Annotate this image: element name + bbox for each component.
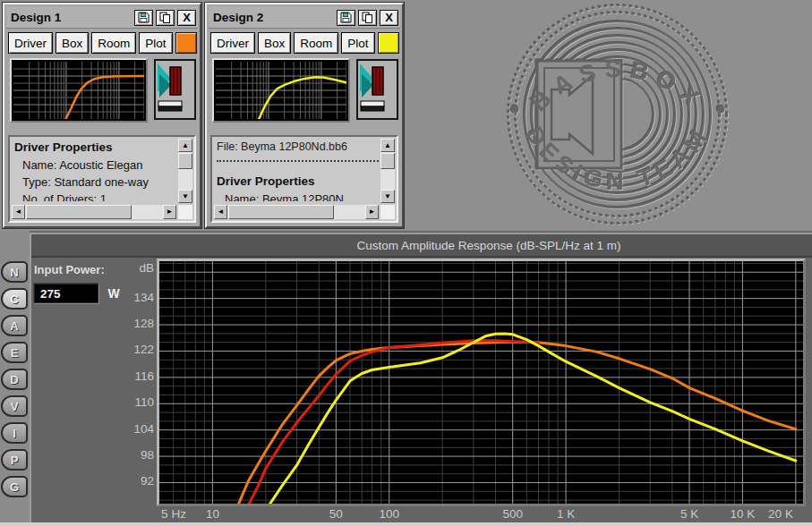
speaker-box-button[interactable] bbox=[154, 59, 196, 120]
window-title: Design 2 bbox=[213, 11, 334, 24]
scroll-right-arrow-icon[interactable]: ► bbox=[365, 205, 379, 219]
save-icon bbox=[340, 12, 352, 23]
scrollbar-thumb[interactable] bbox=[380, 153, 395, 169]
logo-dot bbox=[717, 106, 725, 114]
y-axis-label: 110 bbox=[134, 395, 154, 409]
copy-button[interactable] bbox=[156, 10, 175, 26]
horizontal-scrollbar[interactable]: ◄ ► bbox=[214, 205, 379, 219]
y-axis-label: 104 bbox=[133, 422, 154, 436]
tab-driver[interactable]: Driver bbox=[8, 32, 53, 54]
window-title: Design 1 bbox=[11, 11, 132, 24]
y-axis-label: 92 bbox=[141, 474, 154, 488]
speaker-box-button[interactable] bbox=[356, 59, 398, 120]
save-button[interactable] bbox=[337, 10, 355, 26]
x-axis-label: 100 bbox=[379, 507, 399, 521]
amplitude-response-plot[interactable] bbox=[157, 259, 806, 506]
scrollbar-corner bbox=[178, 205, 192, 219]
bottom-window-edge bbox=[0, 522, 812, 526]
input-power-field[interactable] bbox=[34, 284, 98, 303]
x-axis-label: 1 K bbox=[557, 507, 575, 521]
copy-icon bbox=[159, 12, 171, 23]
close-icon: X bbox=[183, 12, 191, 23]
side-button-p[interactable]: P bbox=[1, 449, 28, 471]
property-line: No. of Drivers: 1 bbox=[14, 191, 176, 201]
properties-heading: Driver Properties bbox=[14, 139, 176, 157]
plot-color-swatch[interactable] bbox=[378, 32, 399, 54]
y-axis-label: 122 bbox=[133, 343, 154, 356]
save-button[interactable] bbox=[134, 10, 153, 26]
close-button[interactable]: X bbox=[177, 10, 196, 26]
design1-tabrow: Driver Box Room Plot bbox=[6, 29, 198, 54]
scrollbar-corner bbox=[380, 205, 395, 219]
scrollbar-thumb[interactable] bbox=[178, 153, 192, 169]
y-axis-label: 128 bbox=[133, 317, 154, 330]
side-button-v[interactable]: V bbox=[1, 395, 28, 417]
graph-left-toolbar: NCAEDVIPG bbox=[0, 231, 30, 522]
property-line: Name: Beyma 12P80N bbox=[217, 191, 379, 201]
y-axis-labels: dB1341281221161101049892 bbox=[115, 261, 154, 504]
mini-response-graph bbox=[212, 58, 350, 123]
tab-box[interactable]: Box bbox=[56, 32, 89, 54]
scroll-down-arrow-icon[interactable]: ▼ bbox=[178, 190, 192, 203]
scroll-left-arrow-icon[interactable]: ◄ bbox=[12, 205, 25, 219]
close-icon: X bbox=[385, 12, 393, 23]
speaker-box-icon bbox=[359, 62, 396, 117]
scroll-down-arrow-icon[interactable]: ▼ bbox=[380, 190, 395, 203]
close-button[interactable]: X bbox=[380, 10, 398, 26]
mini-response-graph bbox=[10, 58, 148, 123]
vertical-scrollbar[interactable]: ▲ ▼ bbox=[380, 139, 395, 203]
scroll-right-arrow-icon[interactable]: ► bbox=[163, 205, 176, 219]
x-axis-label: 5 Hz bbox=[161, 507, 186, 521]
scroll-left-arrow-icon[interactable]: ◄ bbox=[214, 205, 227, 219]
design1-window: Design 1 X Driver Box Room Plot bbox=[3, 3, 201, 228]
side-button-e[interactable]: E bbox=[1, 342, 28, 363]
side-button-n[interactable]: N bbox=[1, 261, 28, 283]
bassbox-app: Design 1 X Driver Box Room Plot bbox=[0, 0, 812, 526]
properties-text: File: Beyma 12P80Nd.bb6 Driver Propertie… bbox=[217, 139, 379, 201]
property-line: Name: Acoustic Elegan bbox=[14, 157, 176, 174]
scroll-up-arrow-icon[interactable]: ▲ bbox=[380, 139, 395, 152]
driver-properties-panel[interactable]: Driver Properties Name: Acoustic Elegan … bbox=[8, 135, 196, 223]
graph-type-buttons: NCAEDVIPG bbox=[0, 261, 30, 503]
copy-icon bbox=[362, 12, 373, 23]
tab-driver[interactable]: Driver bbox=[210, 32, 255, 54]
design2-titlebar[interactable]: Design 2 X bbox=[209, 6, 400, 29]
x-axis-label: 10 K bbox=[731, 507, 756, 521]
tab-plot[interactable]: Plot bbox=[139, 32, 172, 54]
y-axis-label: 98 bbox=[141, 448, 154, 462]
graph-title-strip: Custom Amplitude Response (dB-SPL/Hz at … bbox=[31, 234, 812, 258]
separator bbox=[217, 160, 379, 162]
side-button-a[interactable]: A bbox=[1, 315, 28, 336]
save-icon bbox=[138, 12, 150, 23]
plot-color-swatch[interactable] bbox=[175, 32, 197, 54]
logo-dot bbox=[511, 106, 519, 114]
vertical-scrollbar[interactable]: ▲ ▼ bbox=[178, 139, 192, 203]
x-axis-labels: 5 Hz10501005001 K5 K10 K20 K bbox=[159, 507, 803, 523]
properties-text: Driver Properties Name: Acoustic Elegan … bbox=[14, 139, 176, 201]
side-button-g[interactable]: G bbox=[1, 476, 28, 497]
workspace-background: Design 1 X Driver Box Room Plot bbox=[0, 0, 812, 231]
property-line: Type: Standard one-way bbox=[14, 174, 176, 191]
scroll-up-arrow-icon[interactable]: ▲ bbox=[178, 139, 192, 152]
x-axis-label: 5 K bbox=[680, 507, 698, 521]
y-axis-label: dB bbox=[139, 261, 154, 275]
driver-properties-panel[interactable]: File: Beyma 12P80Nd.bb6 Driver Propertie… bbox=[210, 135, 398, 223]
design1-titlebar[interactable]: Design 1 X bbox=[6, 6, 198, 29]
copy-button[interactable] bbox=[358, 10, 377, 26]
graph-title: Custom Amplitude Response (dB-SPL/Hz at … bbox=[166, 239, 812, 252]
x-axis-label: 50 bbox=[329, 507, 343, 521]
scrollbar-thumb[interactable] bbox=[26, 205, 132, 219]
file-line: File: Beyma 12P80Nd.bb6 bbox=[217, 139, 379, 156]
tab-plot[interactable]: Plot bbox=[341, 32, 374, 54]
properties-heading: Driver Properties bbox=[217, 173, 379, 191]
y-axis-label: 116 bbox=[134, 369, 154, 383]
horizontal-scrollbar[interactable]: ◄ ► bbox=[12, 205, 176, 219]
tab-box[interactable]: Box bbox=[258, 32, 291, 54]
tab-room[interactable]: Room bbox=[91, 32, 136, 54]
side-button-d[interactable]: D bbox=[1, 369, 28, 390]
scrollbar-thumb[interactable] bbox=[228, 205, 334, 219]
side-button-c[interactable]: C bbox=[1, 288, 28, 310]
tab-room[interactable]: Room bbox=[294, 32, 338, 54]
side-button-i[interactable]: I bbox=[1, 422, 28, 444]
design2-window: Design 2 X Driver Box Room Plot bbox=[205, 3, 404, 228]
